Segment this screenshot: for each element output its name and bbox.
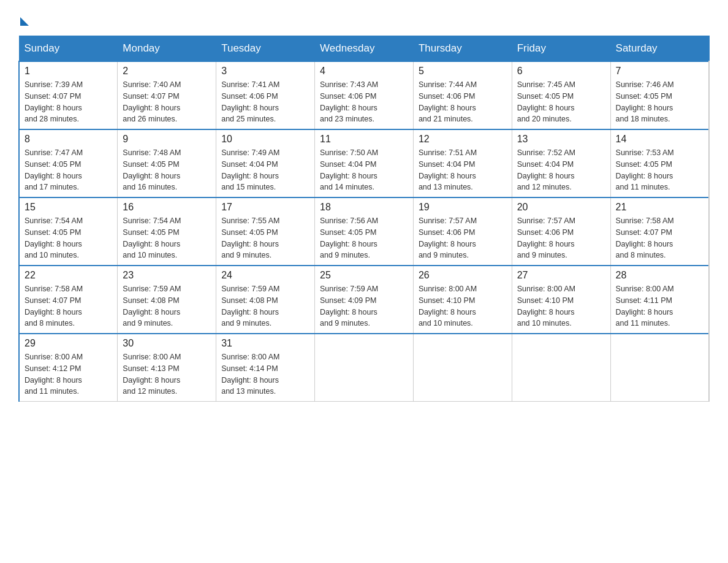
day-number: 6 <box>517 66 605 77</box>
day-number: 30 <box>123 338 211 349</box>
day-number: 17 <box>221 202 309 213</box>
week-row-2: 8 Sunrise: 7:47 AM Sunset: 4:05 PM Dayli… <box>19 129 709 197</box>
page-header <box>18 12 710 23</box>
day-info: Sunrise: 7:57 AM Sunset: 4:06 PM Dayligh… <box>517 215 605 261</box>
day-info: Sunrise: 7:49 AM Sunset: 4:04 PM Dayligh… <box>221 147 309 193</box>
calendar-table: SundayMondayTuesdayWednesdayThursdayFrid… <box>18 36 710 402</box>
day-info: Sunrise: 7:58 AM Sunset: 4:07 PM Dayligh… <box>25 283 112 329</box>
calendar-cell <box>512 334 610 402</box>
calendar-cell: 14 Sunrise: 7:53 AM Sunset: 4:05 PM Dayl… <box>610 129 709 197</box>
day-info: Sunrise: 7:48 AM Sunset: 4:05 PM Dayligh… <box>123 147 211 193</box>
day-info: Sunrise: 7:44 AM Sunset: 4:06 PM Dayligh… <box>419 79 507 125</box>
day-number: 27 <box>517 270 605 281</box>
calendar-cell: 29 Sunrise: 8:00 AM Sunset: 4:12 PM Dayl… <box>19 334 118 402</box>
calendar-cell: 8 Sunrise: 7:47 AM Sunset: 4:05 PM Dayli… <box>19 129 118 197</box>
calendar-cell: 2 Sunrise: 7:40 AM Sunset: 4:07 PM Dayli… <box>118 61 216 129</box>
day-number: 15 <box>25 202 112 213</box>
day-number: 23 <box>123 270 211 281</box>
day-header-sunday: Sunday <box>19 36 118 62</box>
day-info: Sunrise: 7:54 AM Sunset: 4:05 PM Dayligh… <box>123 215 211 261</box>
day-number: 9 <box>123 134 211 145</box>
day-info: Sunrise: 7:41 AM Sunset: 4:06 PM Dayligh… <box>221 79 309 125</box>
day-info: Sunrise: 7:57 AM Sunset: 4:06 PM Dayligh… <box>419 215 507 261</box>
calendar-cell: 23 Sunrise: 7:59 AM Sunset: 4:08 PM Dayl… <box>118 266 216 334</box>
day-info: Sunrise: 7:47 AM Sunset: 4:05 PM Dayligh… <box>25 147 112 193</box>
calendar-cell: 21 Sunrise: 7:58 AM Sunset: 4:07 PM Dayl… <box>610 197 709 266</box>
calendar-cell: 18 Sunrise: 7:56 AM Sunset: 4:05 PM Dayl… <box>315 197 414 266</box>
day-number: 25 <box>320 270 408 281</box>
day-info: Sunrise: 7:43 AM Sunset: 4:06 PM Dayligh… <box>320 79 408 125</box>
day-number: 14 <box>616 134 703 145</box>
days-header-row: SundayMondayTuesdayWednesdayThursdayFrid… <box>19 36 709 62</box>
day-info: Sunrise: 7:55 AM Sunset: 4:05 PM Dayligh… <box>221 215 309 261</box>
day-header-thursday: Thursday <box>413 36 512 62</box>
day-info: Sunrise: 8:00 AM Sunset: 4:14 PM Dayligh… <box>221 351 309 397</box>
day-number: 7 <box>616 66 703 77</box>
calendar-cell: 9 Sunrise: 7:48 AM Sunset: 4:05 PM Dayli… <box>118 129 216 197</box>
day-info: Sunrise: 7:59 AM Sunset: 4:09 PM Dayligh… <box>320 283 408 329</box>
day-number: 2 <box>123 66 211 77</box>
day-number: 5 <box>419 66 507 77</box>
day-number: 16 <box>123 202 211 213</box>
calendar-cell: 19 Sunrise: 7:57 AM Sunset: 4:06 PM Dayl… <box>413 197 512 266</box>
day-number: 18 <box>320 202 408 213</box>
calendar-cell: 1 Sunrise: 7:39 AM Sunset: 4:07 PM Dayli… <box>19 61 118 129</box>
logo-top <box>18 12 29 26</box>
day-number: 22 <box>25 270 112 281</box>
day-info: Sunrise: 8:00 AM Sunset: 4:10 PM Dayligh… <box>517 283 605 329</box>
week-row-4: 22 Sunrise: 7:58 AM Sunset: 4:07 PM Dayl… <box>19 266 709 334</box>
day-header-wednesday: Wednesday <box>315 36 414 62</box>
day-info: Sunrise: 7:56 AM Sunset: 4:05 PM Dayligh… <box>320 215 408 261</box>
calendar-cell: 6 Sunrise: 7:45 AM Sunset: 4:05 PM Dayli… <box>512 61 610 129</box>
day-number: 20 <box>517 202 605 213</box>
day-number: 31 <box>221 338 309 349</box>
calendar-cell: 25 Sunrise: 7:59 AM Sunset: 4:09 PM Dayl… <box>315 266 414 334</box>
day-number: 26 <box>419 270 507 281</box>
calendar-cell: 24 Sunrise: 7:59 AM Sunset: 4:08 PM Dayl… <box>216 266 315 334</box>
calendar-cell: 13 Sunrise: 7:52 AM Sunset: 4:04 PM Dayl… <box>512 129 610 197</box>
calendar-cell: 15 Sunrise: 7:54 AM Sunset: 4:05 PM Dayl… <box>19 197 118 266</box>
day-info: Sunrise: 7:59 AM Sunset: 4:08 PM Dayligh… <box>221 283 309 329</box>
day-number: 12 <box>419 134 507 145</box>
calendar-cell: 30 Sunrise: 8:00 AM Sunset: 4:13 PM Dayl… <box>118 334 216 402</box>
day-header-tuesday: Tuesday <box>216 36 315 62</box>
calendar-cell: 20 Sunrise: 7:57 AM Sunset: 4:06 PM Dayl… <box>512 197 610 266</box>
day-number: 3 <box>221 66 309 77</box>
calendar-cell <box>610 334 709 402</box>
calendar-cell: 12 Sunrise: 7:51 AM Sunset: 4:04 PM Dayl… <box>413 129 512 197</box>
calendar-cell: 22 Sunrise: 7:58 AM Sunset: 4:07 PM Dayl… <box>19 266 118 334</box>
day-number: 29 <box>25 338 112 349</box>
day-info: Sunrise: 8:00 AM Sunset: 4:13 PM Dayligh… <box>123 351 211 397</box>
calendar-cell: 11 Sunrise: 7:50 AM Sunset: 4:04 PM Dayl… <box>315 129 414 197</box>
calendar-cell: 7 Sunrise: 7:46 AM Sunset: 4:05 PM Dayli… <box>610 61 709 129</box>
week-row-5: 29 Sunrise: 8:00 AM Sunset: 4:12 PM Dayl… <box>19 334 709 402</box>
day-header-friday: Friday <box>512 36 610 62</box>
calendar-cell <box>315 334 414 402</box>
day-info: Sunrise: 7:58 AM Sunset: 4:07 PM Dayligh… <box>616 215 703 261</box>
day-info: Sunrise: 7:50 AM Sunset: 4:04 PM Dayligh… <box>320 147 408 193</box>
calendar-cell: 4 Sunrise: 7:43 AM Sunset: 4:06 PM Dayli… <box>315 61 414 129</box>
day-number: 4 <box>320 66 408 77</box>
calendar-cell: 28 Sunrise: 8:00 AM Sunset: 4:11 PM Dayl… <box>610 266 709 334</box>
day-number: 19 <box>419 202 507 213</box>
calendar-cell: 26 Sunrise: 8:00 AM Sunset: 4:10 PM Dayl… <box>413 266 512 334</box>
day-number: 8 <box>25 134 112 145</box>
calendar-cell: 10 Sunrise: 7:49 AM Sunset: 4:04 PM Dayl… <box>216 129 315 197</box>
calendar-cell: 17 Sunrise: 7:55 AM Sunset: 4:05 PM Dayl… <box>216 197 315 266</box>
week-row-3: 15 Sunrise: 7:54 AM Sunset: 4:05 PM Dayl… <box>19 197 709 266</box>
day-info: Sunrise: 7:45 AM Sunset: 4:05 PM Dayligh… <box>517 79 605 125</box>
day-info: Sunrise: 7:52 AM Sunset: 4:04 PM Dayligh… <box>517 147 605 193</box>
day-info: Sunrise: 7:53 AM Sunset: 4:05 PM Dayligh… <box>616 147 703 193</box>
day-number: 1 <box>25 66 112 77</box>
calendar-cell: 5 Sunrise: 7:44 AM Sunset: 4:06 PM Dayli… <box>413 61 512 129</box>
day-number: 10 <box>221 134 309 145</box>
day-info: Sunrise: 7:46 AM Sunset: 4:05 PM Dayligh… <box>616 79 703 125</box>
calendar-cell: 27 Sunrise: 8:00 AM Sunset: 4:10 PM Dayl… <box>512 266 610 334</box>
calendar-cell <box>413 334 512 402</box>
logo-arrow-icon <box>20 17 29 26</box>
day-info: Sunrise: 8:00 AM Sunset: 4:12 PM Dayligh… <box>25 351 112 397</box>
day-info: Sunrise: 7:51 AM Sunset: 4:04 PM Dayligh… <box>419 147 507 193</box>
day-info: Sunrise: 7:39 AM Sunset: 4:07 PM Dayligh… <box>25 79 112 125</box>
day-info: Sunrise: 7:59 AM Sunset: 4:08 PM Dayligh… <box>123 283 211 329</box>
day-number: 13 <box>517 134 605 145</box>
